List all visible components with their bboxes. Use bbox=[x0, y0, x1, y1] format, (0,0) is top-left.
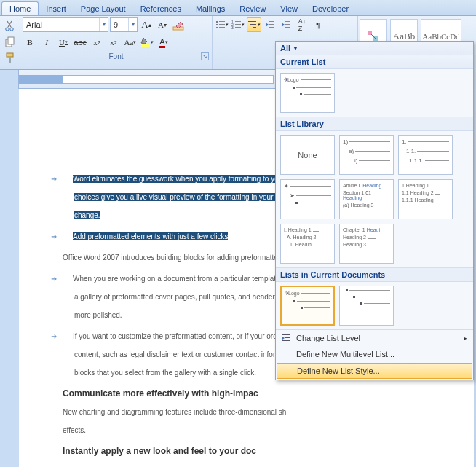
svg-rect-30 bbox=[285, 337, 290, 338]
clear-formatting-icon[interactable] bbox=[171, 17, 186, 32]
dropdown-section-library: List Library bbox=[276, 117, 473, 131]
tab-view[interactable]: View bbox=[273, 2, 305, 15]
svg-rect-15 bbox=[235, 21, 241, 22]
svg-point-8 bbox=[216, 21, 218, 23]
grow-font-icon[interactable]: A▴ bbox=[139, 17, 154, 32]
svg-rect-21 bbox=[250, 24, 256, 25]
list-tile-indoc-1[interactable]: ⬗Logo bbox=[280, 286, 335, 326]
menu-define-multilevel[interactable]: Define New Multilevel List... bbox=[276, 346, 473, 362]
svg-rect-31 bbox=[282, 340, 290, 341]
font-size-combo[interactable]: 9▾ bbox=[110, 17, 138, 32]
svg-rect-22 bbox=[253, 27, 256, 28]
bullet-arrow-icon: ➜ bbox=[63, 272, 73, 286]
svg-rect-17 bbox=[235, 24, 241, 25]
indent-icon bbox=[282, 333, 292, 343]
font-color-icon[interactable]: A▾ bbox=[156, 35, 171, 50]
svg-rect-4 bbox=[7, 53, 13, 57]
svg-rect-25 bbox=[269, 27, 274, 28]
tab-mailings[interactable]: Mailings bbox=[189, 2, 232, 15]
sort-icon[interactable]: A↓Z bbox=[295, 17, 309, 32]
tab-home[interactable]: Home bbox=[1, 1, 39, 15]
font-group: Arial▾ 9▾ A▴ A▾ B I U▾ abc x2 x2 Aa▾ ▾ A… bbox=[20, 16, 213, 69]
subscript-icon[interactable]: x2 bbox=[90, 35, 104, 50]
svg-point-10 bbox=[216, 24, 218, 25]
svg-rect-9 bbox=[219, 21, 225, 22]
svg-point-0 bbox=[5, 28, 8, 31]
tab-references[interactable]: References bbox=[133, 2, 189, 15]
svg-point-12 bbox=[216, 27, 218, 28]
dropdown-filter-all[interactable]: All▼ bbox=[276, 42, 473, 55]
menu-define-list-style[interactable]: Define New List Style... bbox=[277, 363, 472, 379]
list-tile-1a-i[interactable]: 1) a) i) bbox=[339, 135, 394, 175]
list-tile-chapter[interactable]: Chapter 1 Headi Heading 2 Heading 3 bbox=[339, 224, 394, 264]
svg-rect-29 bbox=[282, 334, 290, 335]
underline-icon[interactable]: U▾ bbox=[56, 35, 71, 50]
font-name-combo[interactable]: Arial▾ bbox=[23, 17, 108, 32]
multilevel-list-dropdown: All▼ Current List ⬗Logo List Library Non… bbox=[275, 41, 474, 380]
svg-rect-20 bbox=[248, 21, 256, 22]
outline-gutter bbox=[0, 89, 19, 467]
change-case-icon[interactable]: Aa▾ bbox=[123, 35, 138, 50]
font-group-label: Font↘ bbox=[20, 51, 212, 63]
svg-rect-7 bbox=[141, 44, 150, 47]
tab-review[interactable]: Review bbox=[232, 2, 273, 15]
tab-insert[interactable]: Insert bbox=[39, 2, 74, 15]
cut-icon[interactable] bbox=[4, 20, 16, 34]
list-tile-current-logo[interactable]: ⬗Logo bbox=[280, 73, 335, 113]
svg-rect-5 bbox=[9, 57, 11, 63]
list-tile-indoc-2[interactable] bbox=[339, 286, 394, 326]
list-tile-bullets[interactable]: ✦ ➤ bbox=[280, 179, 335, 219]
format-painter-icon[interactable] bbox=[4, 52, 16, 66]
highlight-icon[interactable]: ▾ bbox=[140, 35, 154, 50]
svg-text:3: 3 bbox=[231, 25, 234, 30]
svg-rect-24 bbox=[269, 24, 274, 25]
svg-rect-27 bbox=[285, 24, 290, 25]
bullet-arrow-icon: ➜ bbox=[63, 229, 73, 243]
dropdown-section-current: Current List bbox=[276, 55, 473, 69]
list-tile-article[interactable]: Article I. Heading Section 1.01 Heading … bbox=[339, 179, 394, 219]
font-group-dialog-icon[interactable]: ↘ bbox=[201, 52, 209, 60]
show-marks-icon[interactable]: ¶ bbox=[311, 17, 325, 32]
svg-rect-13 bbox=[219, 27, 225, 28]
tab-developer[interactable]: Developer bbox=[305, 2, 356, 15]
menu-change-list-level[interactable]: Change List Level▸ bbox=[276, 330, 473, 346]
svg-rect-26 bbox=[285, 21, 290, 22]
increase-indent-icon[interactable] bbox=[279, 17, 293, 32]
svg-rect-11 bbox=[219, 24, 225, 25]
svg-rect-3 bbox=[8, 37, 14, 44]
list-tile-1-11-111[interactable]: 1. 1.1. 1.1.1. bbox=[398, 135, 453, 175]
svg-rect-23 bbox=[269, 21, 274, 22]
superscript-icon[interactable]: x2 bbox=[106, 35, 121, 50]
shrink-font-icon[interactable]: A▾ bbox=[155, 17, 170, 32]
italic-icon[interactable]: I bbox=[39, 35, 54, 50]
bold-icon[interactable]: B bbox=[23, 35, 37, 50]
list-tile-none[interactable]: None bbox=[280, 135, 335, 175]
svg-rect-19 bbox=[235, 27, 241, 28]
tab-page-layout[interactable]: Page Layout bbox=[74, 2, 133, 15]
numbering-icon[interactable]: 123▾ bbox=[231, 17, 245, 32]
bullets-icon[interactable]: ▾ bbox=[215, 17, 229, 32]
ribbon-tabs: Home Insert Page Layout References Maili… bbox=[0, 0, 476, 16]
list-tile-Iheading[interactable]: I. Heading 1 A. Heading 2 1. Headin bbox=[280, 224, 335, 264]
strikethrough-icon[interactable]: abc bbox=[73, 35, 87, 50]
dropdown-section-indocs: Lists in Current Documents bbox=[276, 267, 473, 282]
decrease-indent-icon[interactable] bbox=[263, 17, 277, 32]
copy-icon[interactable] bbox=[4, 36, 16, 50]
clipboard-group bbox=[0, 16, 20, 69]
heading-1: Communicate more effectively with high-i… bbox=[63, 385, 454, 402]
list-tile-1heading[interactable]: 1 Heading 1 1.1 Heading 2 1.1.1 Heading bbox=[398, 179, 453, 219]
multilevel-list-icon[interactable]: ▾ bbox=[247, 17, 261, 32]
heading-2: Instantly apply a new look and feel to y… bbox=[63, 443, 454, 460]
svg-rect-28 bbox=[285, 27, 290, 28]
svg-point-1 bbox=[9, 28, 12, 31]
bullet-arrow-icon: ➜ bbox=[63, 329, 73, 343]
bullet-arrow-icon: ➜ bbox=[63, 172, 73, 186]
